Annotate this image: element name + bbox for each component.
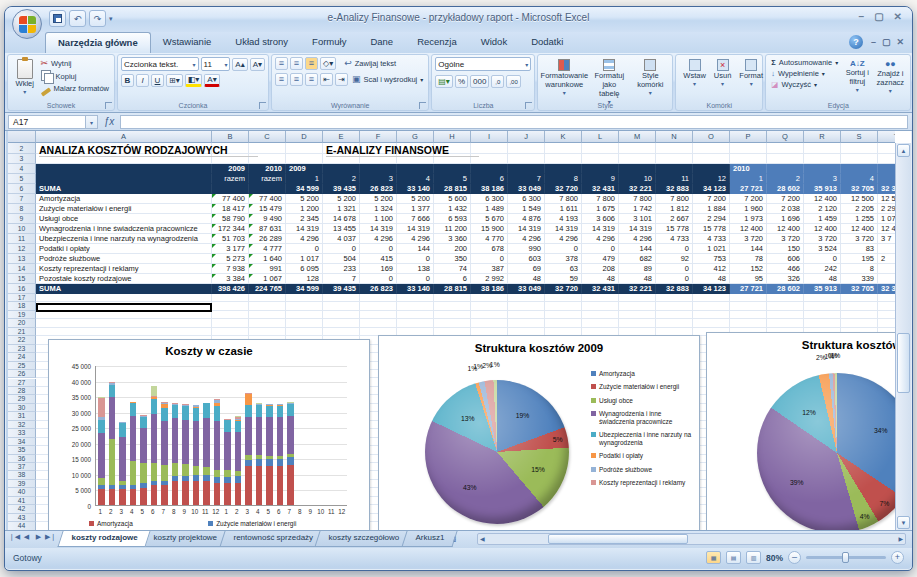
cell[interactable]: 378 [545, 254, 582, 264]
decrease-decimal-button[interactable]: ,00 [506, 75, 520, 88]
cell[interactable]: 89 [619, 264, 656, 274]
cell[interactable]: 32 720 [545, 184, 582, 194]
row-header-5[interactable]: 5 [8, 174, 36, 184]
orientation-icon[interactable]: ◇▾ [320, 57, 336, 70]
cell[interactable] [545, 302, 582, 310]
zoom-level[interactable]: 80% [766, 553, 783, 563]
row-header-3[interactable]: 3 [8, 154, 36, 164]
sheet-tab-koszty-projektowe[interactable]: koszty projektowe [140, 531, 231, 547]
cell[interactable]: 5 200 [360, 194, 397, 204]
cell[interactable]: 1 960 [730, 204, 767, 214]
format-cells-button[interactable]: Format▾ [735, 57, 767, 89]
cell[interactable]: 7 666 [397, 214, 434, 224]
cell[interactable]: 28 815 [434, 284, 471, 294]
cell[interactable]: 195 [841, 254, 878, 264]
cell[interactable]: 4 193 [545, 214, 582, 224]
shrink-font-button[interactable]: A▾ [250, 58, 265, 71]
cell[interactable]: 2 120 [804, 204, 841, 214]
cell[interactable] [693, 154, 730, 164]
cell[interactable]: 35 913 [804, 184, 841, 194]
cell[interactable]: 1 549 [508, 204, 545, 214]
cell[interactable] [286, 302, 323, 310]
row-header-10[interactable]: 10 [8, 224, 36, 234]
cell[interactable]: 78 [730, 254, 767, 264]
cell[interactable]: 233 [323, 264, 360, 274]
row-header-28[interactable]: 28 [8, 387, 36, 395]
cell[interactable]: 32 221 [619, 184, 656, 194]
insert-function-icon[interactable]: ƒx [98, 116, 120, 127]
cell[interactable] [656, 154, 693, 164]
cell[interactable]: 398 426 [212, 284, 249, 294]
cell[interactable]: 3 [360, 174, 397, 184]
cell[interactable]: 5 273 [212, 254, 249, 264]
cell[interactable]: 4 770 [471, 234, 508, 244]
cell[interactable] [804, 154, 841, 164]
cell[interactable]: 6 593 [434, 214, 471, 224]
cell[interactable]: 3 720 [841, 234, 878, 244]
column-header-O[interactable]: O [693, 131, 730, 143]
cell[interactable]: 7 800 [656, 194, 693, 204]
cell[interactable]: 504 [323, 254, 360, 264]
cell[interactable]: 4 [397, 174, 434, 184]
cell[interactable] [582, 319, 619, 327]
cell[interactable] [619, 294, 656, 302]
cell[interactable]: 28 815 [434, 184, 471, 194]
workbook-restore-button[interactable]: ▢ [882, 37, 891, 47]
cell[interactable] [767, 143, 804, 154]
row-header-20[interactable]: 20 [8, 319, 36, 327]
cell[interactable]: 14 678 [323, 214, 360, 224]
cell[interactable]: 4 296 [545, 234, 582, 244]
cell[interactable] [360, 319, 397, 327]
cell[interactable]: 33 049 [508, 284, 545, 294]
column-header-T[interactable]: T [878, 131, 895, 143]
column-header-J[interactable]: J [508, 131, 545, 143]
selected-cell-A17[interactable] [36, 303, 212, 312]
cell[interactable]: 32 720 [545, 284, 582, 294]
cell[interactable]: 32 883 [656, 184, 693, 194]
cell[interactable]: 33 140 [397, 184, 434, 194]
cell[interactable]: 87 631 [249, 224, 286, 234]
page-layout-view-icon[interactable]: ▤ [726, 551, 741, 564]
cell[interactable] [360, 311, 397, 319]
cell[interactable] [582, 164, 619, 174]
tab-dodatki[interactable]: Dodatki [519, 32, 575, 53]
row-header-29[interactable]: 29 [8, 395, 36, 403]
cell[interactable]: 13 455 [323, 224, 360, 234]
cell[interactable] [323, 319, 360, 327]
column-header-Q[interactable]: Q [767, 131, 804, 143]
increase-decimal-button[interactable]: ,0 [491, 75, 504, 88]
cell[interactable]: 350 [434, 254, 471, 264]
cell[interactable] [619, 154, 656, 164]
cell[interactable]: 34 599 [286, 184, 323, 194]
row-header-6[interactable]: 6 [8, 184, 36, 194]
decrease-indent-icon[interactable]: ⇤ [320, 73, 333, 86]
row-header-40[interactable]: 40 [8, 488, 36, 496]
column-header-A[interactable]: A [36, 131, 212, 143]
cell[interactable]: SUMA [36, 184, 212, 194]
cell[interactable]: 10 [619, 174, 656, 184]
sheet-tab-koszty-szczegółowo[interactable]: koszty szczegółowo [315, 531, 413, 547]
bar-chart-koszty-w-czasie[interactable]: Koszty w czasie45 00040 00035 00030 0002… [48, 339, 370, 530]
cell[interactable] [656, 302, 693, 310]
cell[interactable]: 242 [804, 264, 841, 274]
cell[interactable]: 1 07 [878, 214, 895, 224]
cell[interactable]: 28 602 [767, 184, 804, 194]
column-header-H[interactable]: H [434, 131, 471, 143]
cell[interactable]: 4 296 [286, 234, 323, 244]
cell[interactable]: 27 721 [730, 284, 767, 294]
column-header-P[interactable]: P [730, 131, 767, 143]
row-header-15[interactable]: 15 [8, 274, 36, 284]
cell[interactable] [323, 302, 360, 310]
cell[interactable] [767, 154, 804, 164]
font-size-combo[interactable]: 11▾ [201, 57, 231, 71]
align-bottom-icon[interactable]: ≡ [305, 57, 318, 70]
cell[interactable]: 1 973 [730, 214, 767, 224]
cell[interactable] [878, 302, 895, 310]
cell[interactable] [619, 302, 656, 310]
cell[interactable]: 48 [508, 274, 545, 284]
cell[interactable]: 0 [286, 244, 323, 254]
cell[interactable] [360, 294, 397, 302]
cell[interactable]: 3 720 [804, 234, 841, 244]
cell[interactable]: Amortyzacja [36, 194, 212, 204]
column-header-E[interactable]: E [323, 131, 360, 143]
